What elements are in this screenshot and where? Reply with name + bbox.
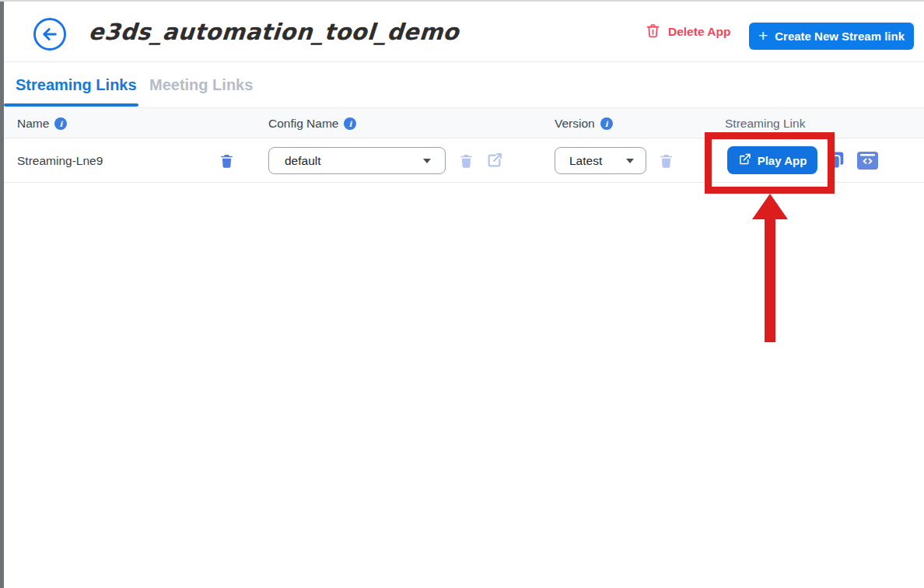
chevron-down-icon	[423, 159, 431, 163]
table-row: Streaming-Lne9 default	[4, 138, 924, 183]
annotation-arrow-shaft	[765, 216, 775, 342]
column-header-name-label: Name	[17, 117, 49, 131]
delete-app-label: Delete App	[668, 25, 730, 39]
delete-config-button[interactable]	[458, 152, 474, 173]
app-window: e3ds_automation_tool_demo Delete App + C…	[0, 0, 924, 588]
chevron-down-icon	[626, 159, 634, 163]
info-icon[interactable]: i	[344, 117, 356, 130]
edit-config-button[interactable]	[486, 152, 503, 172]
active-tab-underline	[4, 103, 138, 107]
back-button[interactable]	[32, 18, 68, 54]
trash-icon	[658, 152, 674, 173]
table-header-row: Name i Config Name i Version i Streaming…	[4, 107, 924, 138]
version-value: Latest	[569, 154, 602, 168]
trash-icon	[645, 22, 661, 43]
titlebar: e3ds_automation_tool_demo Delete App + C…	[4, 2, 924, 62]
external-link-icon	[738, 152, 751, 168]
copy-link-button[interactable]	[825, 149, 847, 174]
create-button-label: Create New Stream link	[775, 30, 905, 43]
column-header-name: Name i	[17, 108, 67, 139]
version-select[interactable]: Latest	[555, 147, 646, 174]
code-icon	[857, 150, 878, 171]
stream-name: Streaming-Lne9	[17, 138, 103, 183]
trash-icon	[458, 152, 474, 173]
page-title: e3ds_automation_tool_demo	[86, 2, 461, 62]
delete-version-button[interactable]	[658, 152, 674, 173]
column-header-config-name: Config Name i	[268, 108, 356, 139]
info-icon[interactable]: i	[600, 117, 613, 130]
column-header-link-label: Streaming Link	[725, 117, 805, 131]
tabbar: Streaming Links Meeting Links	[4, 62, 924, 107]
column-header-config-label: Config Name	[268, 117, 338, 131]
tab-streaming-links-label: Streaming Links	[16, 76, 137, 94]
create-new-stream-link-button[interactable]: + Create New Stream link	[749, 23, 914, 50]
config-name-select[interactable]: default	[268, 147, 446, 174]
column-header-version: Version i	[555, 108, 613, 139]
play-app-button[interactable]: Play App	[727, 146, 817, 174]
trash-icon	[219, 152, 235, 173]
window-left-edge	[0, 2, 4, 588]
tab-streaming-links[interactable]: Streaming Links	[16, 62, 137, 107]
delete-stream-button[interactable]	[219, 152, 235, 173]
back-arrow-icon	[32, 16, 68, 55]
tab-meeting-links[interactable]: Meeting Links	[149, 62, 253, 107]
play-app-label: Play App	[758, 154, 807, 167]
plus-icon: +	[758, 27, 768, 44]
edit-icon	[486, 152, 503, 172]
info-icon[interactable]: i	[54, 117, 67, 130]
delete-app-button[interactable]: Delete App	[645, 2, 730, 62]
embed-code-button[interactable]	[857, 152, 878, 170]
column-header-version-label: Version	[555, 117, 595, 131]
column-header-streaming-link: Streaming Link	[725, 108, 805, 139]
annotation-arrow-icon	[752, 194, 788, 219]
copy-icon	[825, 149, 847, 174]
config-name-value: default	[285, 154, 321, 168]
tab-meeting-links-label: Meeting Links	[149, 76, 253, 94]
